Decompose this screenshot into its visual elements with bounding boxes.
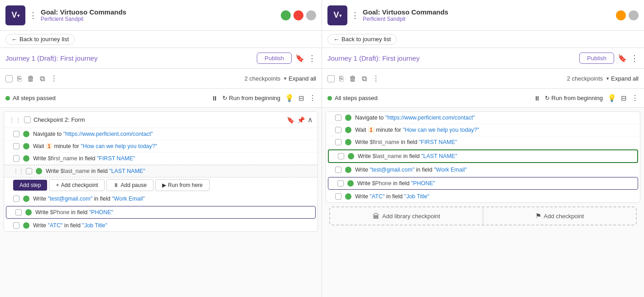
right-header-dots: [616, 10, 639, 20]
right-add-library-checkpoint-button[interactable]: 🏛 Add library checkpoint: [330, 207, 483, 225]
left-step-checkbox-2[interactable]: [13, 143, 19, 149]
left-cp-collapse-icon[interactable]: ∧: [308, 115, 313, 124]
left-step-checkbox-1[interactable]: [13, 131, 19, 137]
left-more-icon[interactable]: ⋮: [308, 53, 316, 63]
left-status-text: All steps passed: [13, 95, 56, 101]
left-step-write-email: Write "test@gmail.com" in field "Work Em…: [4, 193, 317, 205]
left-step-write-firstname: Write $first_name in field "FIRST NAME": [4, 153, 317, 165]
left-kebab-icon[interactable]: ⋮: [49, 73, 58, 84]
right-step-navigate: Navigate to "https://www.perficient.com/…: [326, 112, 640, 124]
right-step-checkbox-2[interactable]: [335, 127, 341, 133]
right-more-icon[interactable]: ⋮: [630, 53, 639, 63]
right-move-icon[interactable]: ⧉: [361, 74, 368, 84]
left-menu-icon[interactable]: ⋮: [29, 10, 37, 20]
left-header: V ▾ ⋮ Goal: Virtuoso Commands Perficient…: [0, 0, 322, 31]
left-step-dot-4: [36, 168, 42, 174]
right-pause-icon: ⏸: [534, 95, 540, 102]
left-cp-drag-icon[interactable]: ⋮⋮: [9, 116, 21, 124]
left-header-title: Goal: Virtuoso Commands Perficient Sandp…: [41, 8, 281, 22]
left-header-dots: [281, 10, 316, 20]
left-cp-tag-icon[interactable]: 🔖: [287, 116, 294, 124]
right-expand-chevron-icon: ▾: [606, 76, 609, 81]
left-step-checkbox-5[interactable]: [13, 196, 19, 202]
right-journey-title: Journey 1 (Draft): First journey: [327, 54, 419, 62]
left-checkpoint-card: ⋮⋮ Checkpoint 2: Form 🔖 📌 ∧ Navigate to …: [4, 111, 318, 232]
right-layout-icon[interactable]: ⊟: [621, 94, 627, 102]
right-run-bar: All steps passed ⏸ ↻ Run from beginning …: [322, 89, 644, 108]
left-delete-icon[interactable]: 🗑: [26, 74, 35, 84]
left-checkpoint-header: ⋮⋮ Checkpoint 2: Form 🔖 📌 ∧: [4, 112, 317, 128]
right-step-dot-3: [345, 139, 351, 145]
right-bulb-icon[interactable]: 💡: [607, 94, 616, 102]
right-step-checkbox-4[interactable]: [338, 153, 344, 159]
left-run-from-here-button[interactable]: ▶ Run from here: [155, 179, 210, 191]
left-step-dot-7: [23, 222, 29, 229]
left-add-pause-button[interactable]: ⏸ Add pause: [106, 179, 153, 191]
left-step-dot-6: [25, 209, 32, 216]
left-expand-all-button[interactable]: ▾ Expand all: [284, 75, 316, 82]
left-bulb-icon[interactable]: 💡: [285, 94, 294, 102]
left-select-all-checkbox[interactable]: [5, 75, 13, 82]
right-pause-button[interactable]: ⏸: [534, 95, 540, 102]
left-content-area[interactable]: ⋮⋮ Checkpoint 2: Form 🔖 📌 ∧ Navigate to …: [0, 108, 322, 297]
left-cp-bookmark-icon[interactable]: 📌: [297, 116, 305, 124]
dot-green: [281, 10, 291, 20]
right-step-write-email: Write "test@gmail.com" in field "Work Em…: [326, 164, 640, 176]
right-step-checkbox-6[interactable]: [337, 180, 344, 187]
left-publish-button[interactable]: Publish: [257, 53, 292, 64]
right-checkpoints-count: 2 checkpoints: [567, 75, 603, 82]
left-cp-checkbox[interactable]: [24, 116, 31, 123]
right-bookmark-icon[interactable]: 🔖: [618, 54, 627, 62]
right-kebab-icon[interactable]: ⋮: [371, 73, 380, 84]
left-step-dot-3: [23, 155, 29, 162]
left-step-checkbox-3[interactable]: [13, 155, 19, 162]
left-step-drag-icon[interactable]: ⋮⋮: [13, 168, 24, 174]
right-panel: V ▾ ⋮ Goal: Virtuoso Commands Perficient…: [322, 0, 644, 297]
left-subtitle: Perficient Sandpit: [41, 16, 281, 22]
left-copy-icon[interactable]: ⎘: [16, 74, 23, 84]
right-subtitle: Perficient Sandpit: [363, 16, 616, 22]
right-step-checkbox-7[interactable]: [335, 193, 341, 200]
left-step-checkbox-4[interactable]: [26, 168, 32, 174]
left-journey-header: Journey 1 (Draft): First journey Publish…: [0, 48, 322, 69]
right-step-write-firstname: Write $first_name in field "FIRST NAME": [326, 136, 640, 148]
right-step-dot-1: [345, 115, 351, 121]
left-bookmark-icon[interactable]: 🔖: [295, 54, 304, 62]
right-toolbar: ⎘ 🗑 ⧉ ⋮ 2 checkpoints ▾ Expand all: [322, 69, 644, 89]
right-checkpoint-card: Navigate to "https://www.perficient.com/…: [326, 111, 640, 203]
right-run-from-beginning-button[interactable]: ↻ Run from beginning: [545, 95, 603, 101]
left-pause-button[interactable]: ⏸: [211, 95, 218, 102]
left-move-icon[interactable]: ⧉: [39, 74, 46, 84]
left-run-from-beginning-button[interactable]: ↻ Run from beginning: [222, 95, 280, 101]
right-menu-icon[interactable]: ⋮: [351, 10, 359, 20]
left-add-checkpoint-button[interactable]: + Add checkpoint: [49, 179, 105, 191]
right-content-area[interactable]: Navigate to "https://www.perficient.com/…: [322, 108, 644, 297]
left-step-checkbox-6[interactable]: [15, 209, 22, 216]
right-step-write-lastname: Write $last_name in field "LAST NAME": [328, 149, 638, 163]
left-logo: V ▾: [5, 5, 25, 25]
right-expand-all-button[interactable]: ▾ Expand all: [606, 75, 639, 82]
right-copy-icon[interactable]: ⎘: [338, 74, 345, 84]
left-add-step-button[interactable]: Add step: [13, 180, 47, 191]
right-step-dot-6: [347, 180, 354, 187]
left-step-write-atc: Write "ATC" in field "Job Title": [4, 220, 317, 231]
right-select-all-checkbox[interactable]: [327, 75, 335, 82]
right-step-checkbox-1[interactable]: [335, 115, 341, 121]
left-add-pause-icon: ⏸: [113, 182, 119, 188]
left-step-checkbox-7[interactable]: [13, 222, 19, 229]
right-delete-icon[interactable]: 🗑: [348, 74, 357, 84]
right-back-arrow-icon: ←: [333, 36, 340, 43]
right-run-kebab-icon[interactable]: ⋮: [631, 94, 639, 102]
right-back-bar: ← Back to journey list: [322, 31, 644, 48]
right-step-checkbox-5[interactable]: [335, 167, 341, 173]
right-back-button[interactable]: ← Back to journey list: [327, 34, 397, 45]
right-library-icon: 🏛: [373, 212, 380, 220]
left-run-kebab-icon[interactable]: ⋮: [309, 94, 316, 102]
right-add-checkpoint-button[interactable]: ⚑ Add checkpoint: [483, 207, 636, 225]
left-back-button[interactable]: ← Back to journey list: [5, 34, 75, 45]
right-step-checkbox-3[interactable]: [335, 139, 341, 145]
right-step-dot-7: [345, 193, 351, 200]
right-publish-button[interactable]: Publish: [579, 53, 614, 64]
left-expand-chevron-icon: ▾: [284, 76, 287, 81]
left-layout-icon[interactable]: ⊟: [298, 94, 304, 102]
